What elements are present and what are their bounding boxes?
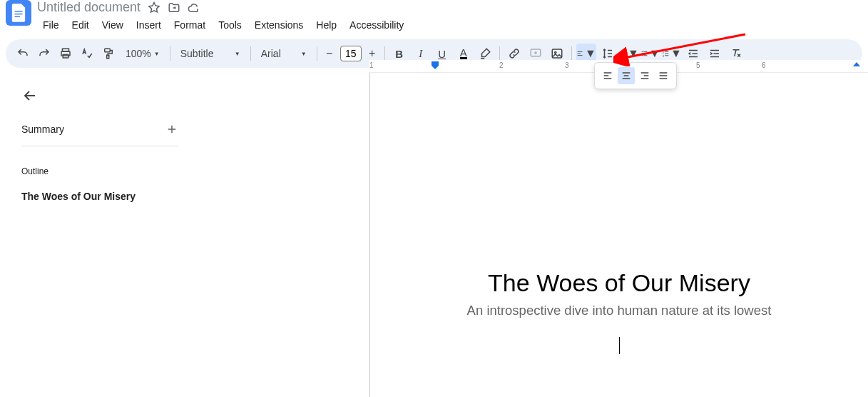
align-popup bbox=[594, 62, 677, 89]
font-size-decrease[interactable]: − bbox=[322, 46, 337, 61]
menu-accessibility[interactable]: Accessibility bbox=[344, 16, 409, 34]
format-paint-button[interactable] bbox=[98, 44, 118, 64]
add-summary-button[interactable] bbox=[165, 123, 178, 136]
zoom-dropdown[interactable]: 100%▼ bbox=[120, 44, 165, 64]
svg-point-12 bbox=[641, 53, 642, 54]
svg-rect-6 bbox=[105, 49, 111, 52]
font-size-input[interactable] bbox=[340, 46, 362, 61]
svg-rect-14 bbox=[643, 51, 647, 52]
close-outline-button[interactable] bbox=[21, 87, 39, 104]
paragraph-style-dropdown[interactable]: Subtitle▼ bbox=[175, 44, 246, 64]
outline-item[interactable]: The Woes of Our Misery bbox=[21, 191, 178, 202]
redo-button[interactable] bbox=[34, 44, 54, 64]
svg-point-10 bbox=[554, 51, 556, 53]
align-justify-option[interactable] bbox=[655, 67, 672, 84]
cloud-status-icon[interactable] bbox=[188, 1, 200, 14]
outline-label: Outline bbox=[21, 166, 178, 176]
font-dropdown[interactable]: Arial▼ bbox=[255, 44, 312, 64]
align-right-option[interactable] bbox=[636, 67, 653, 84]
menu-insert[interactable]: Insert bbox=[131, 16, 167, 34]
outline-sidebar: Summary Outline The Woes of Our Misery bbox=[0, 73, 200, 202]
document-title[interactable]: Untitled document bbox=[37, 0, 141, 15]
align-center-option[interactable] bbox=[618, 67, 635, 84]
document-area[interactable]: The Woes of Our Misery An introspective … bbox=[369, 73, 868, 397]
docs-app-icon[interactable] bbox=[6, 0, 31, 26]
move-folder-icon[interactable] bbox=[168, 1, 180, 14]
svg-point-13 bbox=[641, 55, 642, 56]
menu-file[interactable]: File bbox=[37, 16, 65, 34]
svg-rect-7 bbox=[107, 55, 109, 59]
svg-rect-16 bbox=[643, 55, 647, 56]
document-heading[interactable]: The Woes of Our Misery bbox=[370, 269, 868, 297]
menu-tools[interactable]: Tools bbox=[213, 16, 247, 34]
menu-help[interactable]: Help bbox=[310, 16, 342, 34]
star-icon[interactable] bbox=[148, 1, 160, 14]
svg-rect-1 bbox=[15, 14, 23, 14]
font-size-increase[interactable]: + bbox=[364, 46, 380, 61]
text-cursor bbox=[619, 337, 620, 354]
print-button[interactable] bbox=[56, 44, 76, 64]
menu-edit[interactable]: Edit bbox=[66, 16, 95, 34]
menu-extensions[interactable]: Extensions bbox=[249, 16, 309, 34]
svg-point-11 bbox=[641, 51, 642, 52]
summary-label: Summary bbox=[21, 124, 64, 135]
svg-rect-15 bbox=[643, 54, 647, 54]
svg-rect-2 bbox=[15, 16, 20, 17]
document-subtitle[interactable]: An introspective dive into human nature … bbox=[370, 303, 868, 318]
svg-rect-0 bbox=[15, 11, 23, 11]
spellcheck-button[interactable] bbox=[77, 44, 97, 64]
align-left-option[interactable] bbox=[599, 67, 616, 84]
menu-view[interactable]: View bbox=[96, 16, 129, 34]
svg-text:3: 3 bbox=[663, 55, 664, 58]
menu-format[interactable]: Format bbox=[168, 16, 211, 34]
undo-button[interactable] bbox=[13, 44, 33, 64]
menu-bar: File Edit View Insert Format Tools Exten… bbox=[37, 16, 862, 34]
